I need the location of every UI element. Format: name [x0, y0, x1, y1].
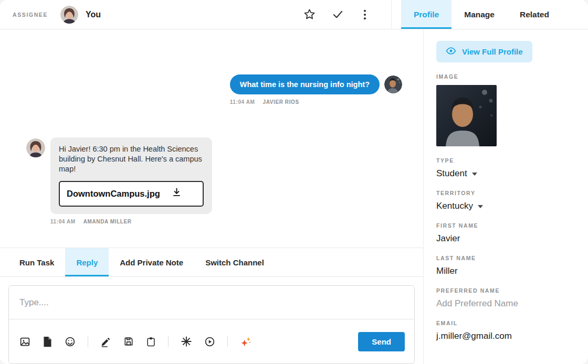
main-area: What time is the nursing info night? 11:…: [0, 29, 588, 364]
first-name-value[interactable]: Javier: [436, 233, 575, 244]
tab-run-task[interactable]: Run Task: [8, 248, 65, 276]
view-full-profile-label: View Full Profile: [462, 47, 523, 56]
type-dropdown[interactable]: Student: [436, 168, 575, 179]
toolbar-divider: [227, 336, 228, 347]
type-value: Student: [436, 168, 467, 179]
field-label: LAST NAME: [436, 255, 575, 261]
clipboard-icon[interactable]: [145, 335, 157, 348]
field-label: FIRST NAME: [436, 222, 575, 229]
woman-avatar-image: [26, 138, 45, 157]
tab-switch-channel[interactable]: Switch Channel: [194, 248, 275, 276]
chevron-down-icon: [472, 173, 477, 176]
preferred-name-value[interactable]: Add Preferred Name: [436, 298, 575, 309]
toolbar-divider: [88, 336, 88, 347]
message-sender: JAVIER RIOS: [263, 99, 299, 105]
field-preferred-name: PREFERRED NAME Add Preferred Name: [436, 287, 575, 309]
field-first-name: FIRST NAME Javier: [436, 222, 575, 244]
message-outgoing-body: What time is the nursing info night? 11:…: [230, 74, 380, 105]
message-incoming-body: Hi Javier! 6:30 pm in the Health Science…: [50, 137, 212, 224]
outgoing-bubble: What time is the nursing info night?: [230, 74, 380, 94]
field-email: EMAIL j.miller@gmail.com: [436, 320, 575, 341]
email-value[interactable]: j.miller@gmail.com: [436, 331, 575, 341]
assignee-label: ASSIGNEE: [13, 12, 48, 18]
message-input[interactable]: [9, 286, 414, 319]
field-type: TYPE Student: [436, 157, 575, 179]
conversation-header: ASSIGNEE You: [0, 0, 392, 29]
contact-avatar[interactable]: [384, 76, 402, 93]
contact-photo-image: [436, 85, 497, 146]
tab-reply[interactable]: Reply: [65, 248, 109, 276]
chat-column: What time is the nursing info night? 11:…: [0, 29, 424, 364]
field-image: IMAGE: [436, 73, 575, 146]
view-full-profile-button[interactable]: View Full Profile: [436, 41, 532, 62]
eye-icon: [446, 47, 456, 57]
play-circle-icon[interactable]: [203, 335, 216, 348]
field-territory: TERRITORY Kentucky: [436, 190, 575, 211]
field-label: TYPE: [436, 157, 575, 164]
composer-toolbar: Send: [9, 319, 414, 363]
message-meta: 11:04 AM AMANDA MILLER: [50, 219, 132, 224]
snowflake-icon[interactable]: [180, 335, 193, 348]
attachment-filename: DowntownCampus.jpg: [67, 188, 160, 200]
message-incoming: Hi Javier! 6:30 pm in the Health Science…: [0, 137, 423, 224]
check-icon[interactable]: [331, 7, 345, 22]
attachment-card[interactable]: DowntownCampus.jpg: [59, 181, 204, 206]
tab-manage[interactable]: Manage: [452, 0, 507, 29]
message-time: 11:04 AM: [50, 219, 76, 224]
tab-add-private-note[interactable]: Add Private Note: [109, 248, 194, 276]
top-bar: ASSIGNEE You: [0, 0, 588, 29]
tab-related[interactable]: Related: [507, 0, 562, 29]
field-label: TERRITORY: [436, 190, 575, 196]
message-list: What time is the nursing info night? 11:…: [0, 29, 423, 248]
chevron-down-icon: [478, 205, 483, 208]
more-options-icon[interactable]: [359, 8, 371, 22]
man-avatar-image: [384, 76, 402, 93]
assignee-name: You: [86, 10, 101, 19]
territory-value: Kentucky: [436, 201, 473, 211]
download-icon[interactable]: [172, 187, 182, 200]
save-icon[interactable]: [122, 335, 135, 348]
last-name-value[interactable]: Miller: [436, 266, 575, 276]
header-actions: [302, 7, 375, 22]
message-meta: 11:04 AM JAVIER RIOS: [230, 99, 299, 105]
profile-panel: View Full Profile IMAGE: [424, 29, 588, 364]
incoming-text: Hi Javier! 6:30 pm in the Health Science…: [59, 144, 204, 174]
agent-avatar[interactable]: [26, 138, 45, 157]
incoming-bubble: Hi Javier! 6:30 pm in the Health Science…: [50, 137, 212, 214]
woman-avatar-image: [60, 6, 78, 24]
field-label: IMAGE: [436, 73, 575, 80]
emoji-icon[interactable]: [64, 335, 77, 348]
field-last-name: LAST NAME Miller: [436, 255, 575, 276]
composer: Send: [8, 285, 415, 364]
tab-profile[interactable]: Profile: [401, 0, 452, 29]
composer-tabs: Run Task Reply Add Private Note Switch C…: [0, 248, 423, 277]
ai-sparkle-icon[interactable]: [239, 335, 253, 349]
assignee-avatar[interactable]: [60, 6, 78, 24]
app-window: ASSIGNEE You: [0, 0, 588, 364]
send-button[interactable]: Send: [358, 332, 405, 351]
message-time: 11:04 AM: [230, 99, 255, 105]
message-sender: AMANDA MILLER: [83, 219, 132, 224]
contact-photo[interactable]: [436, 85, 497, 146]
profile-panel-tabs: Profile Manage Related: [392, 0, 588, 29]
field-label: EMAIL: [436, 320, 575, 326]
file-icon[interactable]: [41, 335, 54, 348]
toolbar-divider: [168, 336, 169, 347]
star-icon[interactable]: [302, 7, 317, 22]
message-outgoing: What time is the nursing info night? 11:…: [0, 74, 423, 105]
signature-pen-icon[interactable]: [99, 335, 112, 348]
field-label: PREFERRED NAME: [436, 287, 575, 294]
image-icon[interactable]: [18, 335, 32, 348]
territory-dropdown[interactable]: Kentucky: [436, 201, 575, 211]
